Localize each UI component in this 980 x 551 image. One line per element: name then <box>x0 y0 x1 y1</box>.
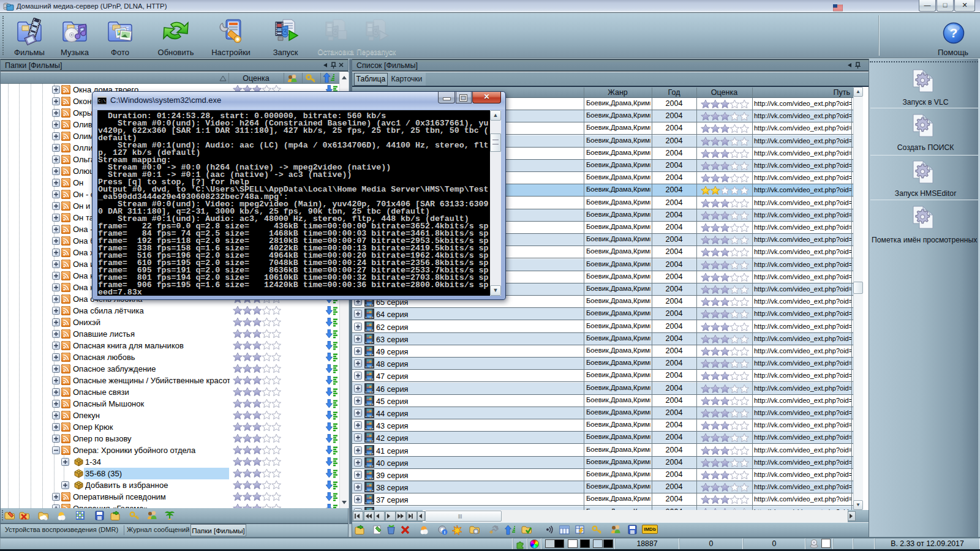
svg-text:?: ? <box>950 26 958 40</box>
svg-text:C:\: C:\ <box>98 99 106 103</box>
svg-text:i: i <box>444 530 445 534</box>
